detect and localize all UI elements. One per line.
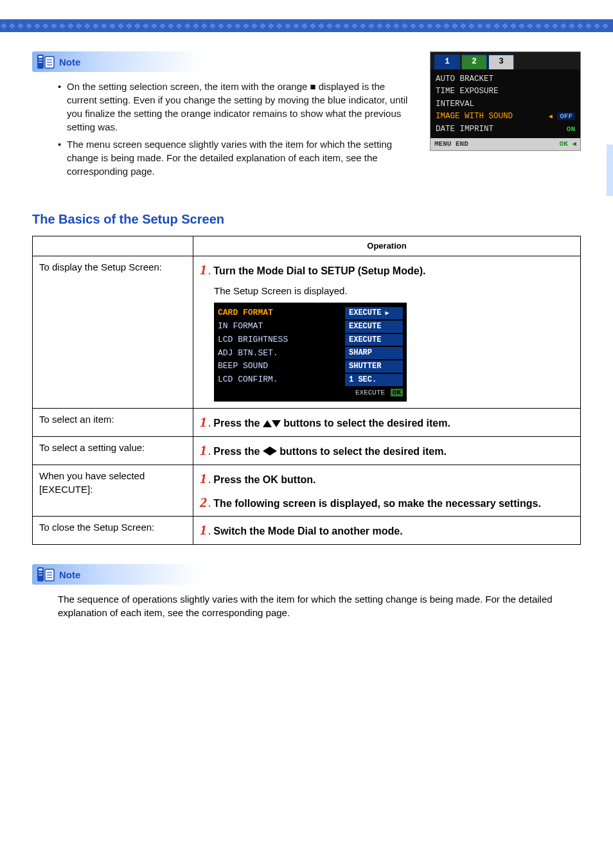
lcd-label: LCD CONFIRM. — [218, 374, 278, 385]
lcd-value: SHUTTER — [345, 360, 403, 373]
lcd-value: EXECUTE — [345, 321, 403, 333]
lcd-label: IN FORMAT — [218, 321, 263, 332]
step-text-b: buttons to select the desired item. — [277, 446, 447, 457]
step-text: Switch the Mode Dial to another mode. — [213, 526, 402, 536]
setup-lcd-screenshot: CARD FORMATEXECUTE IN FORMATEXECUTE LCD … — [214, 303, 407, 402]
svg-rect-11 — [39, 574, 42, 576]
note-item: The menu screen sequence slightly varies… — [58, 137, 418, 178]
note-header: Note — [32, 564, 209, 585]
step-subtext: The Setup Screen is displayed. — [214, 284, 574, 297]
down-arrow-icon — [272, 420, 281, 427]
row-label: To select an item: — [33, 409, 193, 437]
left-arrow-icon — [263, 447, 270, 456]
step-text-a: Press the — [213, 446, 262, 457]
row-operation: 1. Press the buttons to select the desir… — [193, 409, 581, 437]
lcd-footer: EXECUTE OK — [218, 387, 403, 398]
row-operation: 1. Switch the Mode Dial to another mode. — [193, 517, 581, 545]
lcd-value: EXECUTE — [345, 307, 403, 319]
lcd-value: 1 SEC. — [345, 374, 403, 386]
lcd-label: CARD FORMAT — [218, 307, 273, 319]
svg-rect-1 — [39, 56, 42, 58]
menu-tab-2: 2 — [461, 55, 487, 69]
menu-item: INTERVAL — [436, 99, 474, 111]
row-operation: 1. Turn the Mode Dial to SETUP (Setup Mo… — [193, 256, 581, 409]
lcd-label: ADJ BTN.SET. — [218, 348, 278, 359]
lcd-label: BEEP SOUND — [218, 360, 268, 372]
page-side-tab — [607, 145, 613, 196]
svg-rect-3 — [39, 62, 42, 63]
row-label: To close the Setup Screen: — [33, 517, 193, 545]
step-text-b: buttons to select the desired item. — [281, 418, 450, 429]
row-operation: 1. Press the buttons to select the desir… — [193, 436, 581, 465]
menu-footer-left: MENU END — [434, 139, 468, 149]
step-text: Turn the Mode Dial to SETUP (Setup Mode)… — [213, 265, 425, 276]
step-text-a: Press the — [213, 418, 262, 429]
menu-footer-right: OK ◀ — [560, 139, 576, 149]
menu-tab-1: 1 — [434, 55, 460, 69]
note-icon — [36, 53, 55, 70]
menu-item: TIME EXPOSURE — [436, 86, 499, 98]
note-header: Note — [32, 51, 209, 72]
note-label: Note — [59, 568, 80, 581]
table-header-operation: Operation — [193, 236, 581, 256]
row-operation: 1. Press the OK button. 2. The following… — [193, 465, 581, 517]
camera-menu-screenshot: 1 2 3 AUTO BRACKET TIME EXPOSURE INTERVA… — [430, 51, 581, 151]
step-text: The following screen is displayed, so ma… — [213, 498, 541, 509]
menu-value-off: OFF — [557, 112, 575, 120]
up-arrow-icon — [263, 420, 272, 427]
right-arrow-icon — [270, 447, 277, 456]
menu-value-on: ON — [567, 125, 575, 134]
note-item: On the setting selection screen, the ite… — [58, 80, 418, 134]
note-paragraph: The sequence of operations slightly vari… — [32, 592, 565, 619]
note-icon — [36, 566, 55, 583]
decorative-top-border — [0, 19, 613, 32]
svg-rect-2 — [39, 59, 42, 60]
table-header-blank — [33, 236, 193, 256]
row-label: When you have selected [EXECUTE]: — [33, 465, 193, 517]
lcd-label: LCD BRIGHTNESS — [218, 334, 288, 346]
lcd-value: EXECUTE — [345, 334, 403, 346]
menu-item: DATE IMPRINT — [436, 124, 493, 136]
section-heading: The Basics of the Setup Screen — [32, 210, 581, 228]
row-label: To display the Setup Screen: — [33, 256, 193, 409]
svg-rect-9 — [39, 569, 42, 571]
note-label: Note — [59, 55, 80, 69]
step-text: Press the OK button. — [213, 474, 315, 485]
menu-item-highlighted: IMAGE WITH SOUND — [436, 111, 513, 123]
setup-basics-table: Operation To display the Setup Screen: 1… — [32, 236, 581, 545]
menu-tab-3: 3 — [488, 55, 514, 69]
svg-rect-10 — [39, 572, 42, 573]
row-label: To select a setting value: — [33, 436, 193, 465]
lcd-value: SHARP — [345, 347, 403, 359]
menu-item: AUTO BRACKET — [436, 74, 493, 85]
